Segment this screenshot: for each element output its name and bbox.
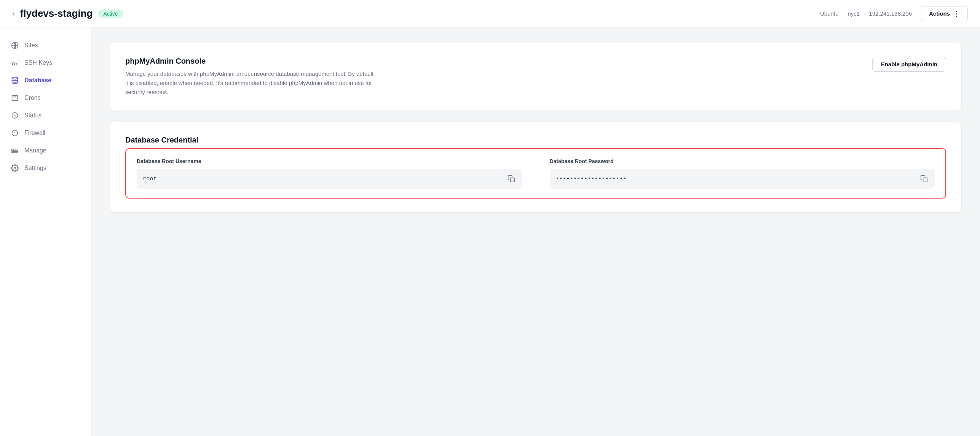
layout: Sites SSH Keys Database <box>0 27 980 436</box>
phpmyadmin-title: phpMyAdmin Console <box>125 57 377 66</box>
username-field: Database Root Username root <box>137 158 522 189</box>
phpmyadmin-card: phpMyAdmin Console Manage your databases… <box>110 43 962 111</box>
region-label: nyc1 <box>848 10 860 17</box>
sidebar-item-sites-label: Sites <box>24 42 38 49</box>
sidebar-item-settings[interactable]: Settings <box>0 159 91 177</box>
sites-icon <box>11 41 19 50</box>
actions-label: Actions <box>929 10 950 17</box>
sidebar-item-database[interactable]: Database <box>0 72 91 89</box>
sidebar: Sites SSH Keys Database <box>0 27 91 436</box>
more-options-icon: ⋮ <box>953 10 960 18</box>
dot-2: · <box>863 10 865 17</box>
settings-icon <box>11 164 19 172</box>
password-label: Database Root Password <box>550 158 935 164</box>
password-field: Database Root Password •••••••••••••••••… <box>550 158 935 189</box>
sidebar-item-status-label: Status <box>24 112 41 119</box>
ssh-icon <box>11 59 19 67</box>
sidebar-item-manage-label: Manage <box>24 147 46 154</box>
sidebar-item-ssh-keys[interactable]: SSH Keys <box>0 54 91 72</box>
header: ‹ flydevs-staging Active Ubuntu · nyc1 ·… <box>0 0 980 27</box>
svg-rect-7 <box>14 149 16 151</box>
credential-section: Database Root Username root <box>125 148 946 199</box>
copy-password-button[interactable] <box>919 174 929 183</box>
server-meta: Ubuntu · nyc1 · 192.241.138.206 <box>820 10 912 17</box>
sidebar-item-settings-label: Settings <box>24 165 46 172</box>
actions-button[interactable]: Actions ⋮ <box>921 6 968 21</box>
phpmyadmin-info: phpMyAdmin Console Manage your databases… <box>125 57 377 97</box>
svg-rect-8 <box>16 149 18 151</box>
status-badge: Active <box>98 10 123 18</box>
server-name: flydevs-staging <box>20 8 93 19</box>
svg-rect-13 <box>923 178 927 182</box>
sidebar-item-firewall-label: Firewall <box>24 130 45 136</box>
sidebar-item-sites[interactable]: Sites <box>0 37 91 54</box>
svg-rect-11 <box>16 152 18 153</box>
username-input-row: root <box>137 169 522 189</box>
main-content: phpMyAdmin Console Manage your databases… <box>91 27 980 436</box>
crons-icon <box>11 94 19 102</box>
database-icon <box>11 76 19 85</box>
password-input-row: •••••••••••••••••••• <box>550 169 935 189</box>
svg-rect-9 <box>12 152 14 153</box>
sidebar-item-crons[interactable]: Crons <box>0 89 91 107</box>
status-icon <box>11 111 19 120</box>
enable-phpmyadmin-button[interactable]: Enable phpMyAdmin <box>872 57 946 72</box>
username-label: Database Root Username <box>137 158 522 164</box>
phpmyadmin-description: Manage your databases with phpMyAdmin, a… <box>125 69 377 97</box>
header-right: Ubuntu · nyc1 · 192.241.138.206 Actions … <box>820 6 968 21</box>
header-left: ‹ flydevs-staging Active <box>12 8 123 19</box>
svg-rect-12 <box>510 178 514 182</box>
sidebar-item-database-label: Database <box>24 77 51 84</box>
os-label: Ubuntu <box>820 10 838 17</box>
phpmyadmin-header: phpMyAdmin Console Manage your databases… <box>125 57 946 97</box>
svg-rect-10 <box>14 152 16 153</box>
ip-label: 192.241.138.206 <box>869 10 912 17</box>
sidebar-item-status[interactable]: Status <box>0 107 91 124</box>
credential-divider <box>536 158 536 189</box>
sidebar-item-ssh-label: SSH Keys <box>24 59 52 66</box>
sidebar-item-manage[interactable]: Manage <box>0 142 91 159</box>
password-value: •••••••••••••••••••• <box>556 176 916 182</box>
back-button[interactable]: ‹ <box>12 9 15 18</box>
svg-rect-3 <box>12 95 18 100</box>
database-credential-card: Database Credential Database Root Userna… <box>110 122 962 213</box>
username-value: root <box>143 176 503 182</box>
svg-point-2 <box>12 77 18 79</box>
copy-username-button[interactable] <box>507 174 516 183</box>
firewall-icon <box>11 129 19 137</box>
dot-1: · <box>842 10 844 17</box>
sidebar-item-crons-label: Crons <box>24 95 41 101</box>
database-credential-title: Database Credential <box>125 136 946 144</box>
svg-point-1 <box>12 63 15 65</box>
svg-rect-6 <box>12 149 14 151</box>
sidebar-item-firewall[interactable]: Firewall <box>0 124 91 142</box>
credential-box: Database Root Username root <box>125 148 946 199</box>
manage-icon <box>11 146 19 155</box>
